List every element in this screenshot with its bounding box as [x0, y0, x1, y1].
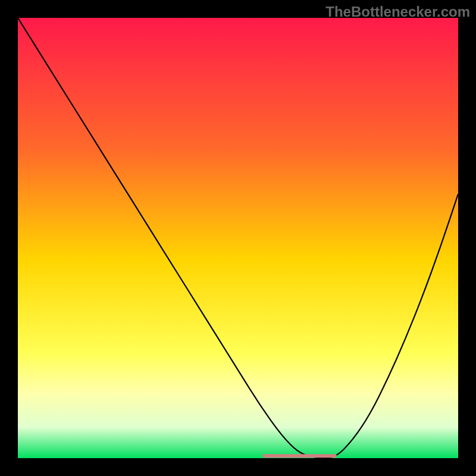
gradient-background: [18, 18, 458, 458]
plot-area: [18, 18, 458, 458]
watermark-text: TheBottlenecker.com: [325, 4, 470, 20]
chart-root: TheBottlenecker.com: [0, 0, 476, 476]
chart-svg: [18, 18, 458, 458]
